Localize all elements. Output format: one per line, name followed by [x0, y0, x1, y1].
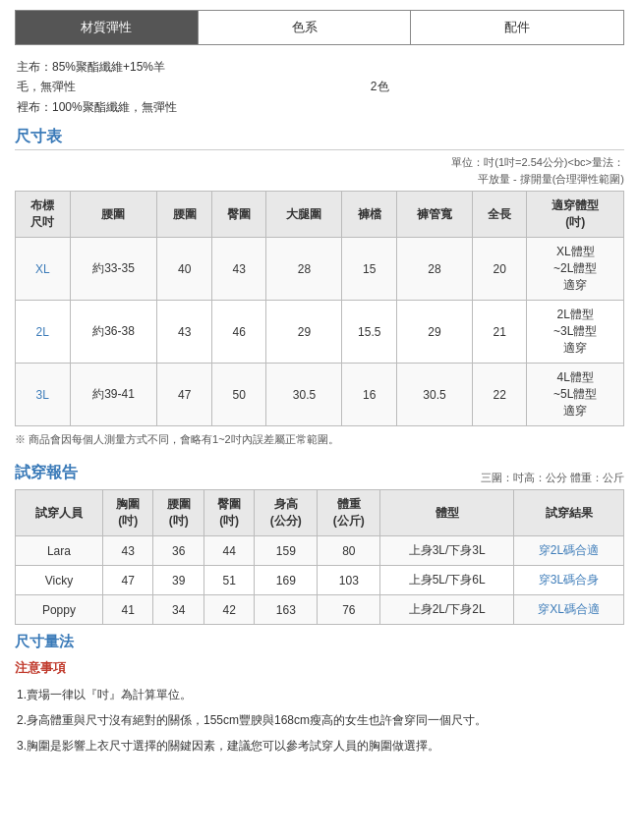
waist-cell: 約36-38 [70, 301, 157, 364]
tryon-hip: 51 [203, 566, 254, 595]
tryon-result[interactable]: 穿3L碼合身 [514, 566, 624, 595]
thigh-cell: 30.5 [266, 364, 342, 426]
notes-title: 注意事項 [15, 659, 624, 677]
tryon-result[interactable]: 穿XL碼合適 [514, 595, 624, 625]
hip-num-cell: 47 [157, 364, 212, 426]
tryon-hip: 44 [203, 536, 254, 566]
header-accessory: 配件 [411, 11, 624, 45]
size-cell: 2L [16, 301, 71, 364]
tryon-waist: 36 [153, 536, 203, 566]
thigh-cell: 29 [266, 301, 342, 364]
tryon-weight: 76 [318, 595, 380, 625]
tryon-title: 試穿報告 [15, 463, 78, 485]
tryon-header: 試穿報告 三圍：吋高：公分 體重：公斤 [15, 455, 624, 485]
legwidth-cell: 29 [396, 301, 472, 364]
notes-item: 3.胸圍是影響上衣尺寸選擇的關鍵因素，建議您可以參考試穿人員的胸圍做選擇。 [17, 734, 624, 757]
tryon-table-row: Lara 43 36 44 159 80 上身3L/下身3L 穿2L碼合適 [16, 536, 624, 566]
notes-item: 1.賣場一律以『吋』為計算單位。 [17, 683, 624, 706]
tryon-weight: 80 [318, 536, 380, 566]
bodytype-cell: 2L體型~3L體型適穿 [527, 301, 624, 364]
size-cell: 3L [16, 364, 71, 426]
tryon-col-result: 試穿結果 [514, 490, 624, 536]
waist-cell: 約33-35 [70, 238, 157, 301]
col-header-crotch: 褲檔 [342, 192, 397, 238]
header-table: 材質彈性 色系 配件 [15, 10, 624, 45]
size-table-title: 尺寸表 [15, 127, 624, 150]
notes-list: 1.賣場一律以『吋』為計算單位。2.身高體重與尺寸沒有絕對的關係，155cm豐腴… [15, 683, 624, 757]
size-method-title: 尺寸量法 [15, 633, 624, 651]
waist-cell: 約39-41 [70, 364, 157, 426]
size-table-row: 3L 約39-41 47 50 30.5 16 30.5 22 4L體型~5L體… [16, 364, 624, 426]
col-header-hip-num: 腰圍 [157, 192, 212, 238]
tryon-bodytype: 上身3L/下身3L [380, 536, 514, 566]
legwidth-cell: 28 [396, 238, 472, 301]
col-header-length: 全長 [472, 192, 527, 238]
bodytype-cell: 4L體型~5L體型適穿 [527, 364, 624, 426]
tryon-result-link[interactable]: 穿2L碼合適 [539, 543, 599, 557]
crotch-cell: 15 [342, 238, 397, 301]
col-header-size: 布標尺吋 [16, 192, 71, 238]
main-fabric-info: 主布：85%聚酯纖維+15%羊毛，無彈性裡布：100%聚酯纖維，無彈性 [17, 57, 287, 117]
tryon-height: 169 [255, 566, 318, 595]
tryon-unit-note: 三圍：吋高：公分 體重：公斤 [481, 471, 624, 485]
tryon-col-weight: 體重(公斤) [318, 490, 380, 536]
notes-item: 2.身高體重與尺寸沒有絕對的關係，155cm豐腴與168cm瘦高的女生也許會穿同… [17, 708, 624, 732]
crotch-cell: 15.5 [342, 301, 397, 364]
size-cell: XL [16, 238, 71, 301]
size-table-row: XL 約33-35 40 43 28 15 28 20 XL體型~2L體型適穿 [16, 238, 624, 301]
tryon-result-link[interactable]: 穿XL碼合適 [538, 602, 600, 616]
size-table: 布標尺吋 腰圍 腰圍 臀圍 大腿圍 褲檔 褲管寬 全長 適穿體型(吋) XL 約… [15, 191, 624, 426]
tryon-weight: 103 [318, 566, 380, 595]
hip-cell: 43 [211, 238, 266, 301]
tryon-result-link[interactable]: 穿3L碼合身 [539, 573, 599, 587]
tryon-chest: 47 [102, 566, 152, 595]
hip-num-cell: 43 [157, 301, 212, 364]
tryon-table-row: Poppy 41 34 42 163 76 上身2L/下身2L 穿XL碼合適 [16, 595, 624, 625]
col-header-legwidth: 褲管寬 [396, 192, 472, 238]
length-cell: 22 [472, 364, 527, 426]
tryon-height: 159 [255, 536, 318, 566]
hip-cell: 46 [211, 301, 266, 364]
tryon-table-row: Vicky 47 39 51 169 103 上身5L/下身6L 穿3L碼合身 [16, 566, 624, 595]
tryon-col-hip: 臀圍(吋) [203, 490, 254, 536]
hip-num-cell: 40 [157, 238, 212, 301]
tryon-person: Lara [16, 536, 103, 566]
tryon-waist: 34 [153, 595, 203, 625]
tryon-col-person: 試穿人員 [16, 490, 103, 536]
legwidth-cell: 30.5 [396, 364, 472, 426]
col-header-waist: 腰圍 [70, 192, 157, 238]
hip-cell: 50 [211, 364, 266, 426]
tryon-waist: 39 [153, 566, 203, 595]
crotch-cell: 16 [342, 364, 397, 426]
size-note: ※ 商品會因每個人測量方式不同，會略有1~2吋內誤差屬正常範圍。 [15, 432, 624, 447]
bodytype-cell: XL體型~2L體型適穿 [527, 238, 624, 301]
tryon-col-height: 身高(公分) [255, 490, 318, 536]
tryon-chest: 41 [102, 595, 152, 625]
header-material: 材質彈性 [16, 11, 199, 45]
color-value: 2色 [289, 57, 470, 117]
col-header-bodytype: 適穿體型(吋) [527, 192, 624, 238]
size-table-row: 2L 約36-38 43 46 29 15.5 29 21 2L體型~3L體型適… [16, 301, 624, 364]
tryon-height: 163 [255, 595, 318, 625]
header-color: 色系 [198, 11, 411, 45]
col-header-thigh: 大腿圍 [266, 192, 342, 238]
col-header-hip: 臀圍 [211, 192, 266, 238]
length-cell: 20 [472, 238, 527, 301]
tryon-person: Vicky [16, 566, 103, 595]
tryon-col-chest: 胸圍(吋) [102, 490, 152, 536]
tryon-bodytype: 上身2L/下身2L [380, 595, 514, 625]
length-cell: 21 [472, 301, 527, 364]
tryon-col-waist: 腰圍(吋) [153, 490, 203, 536]
tryon-col-bodytype: 體型 [380, 490, 514, 536]
thigh-cell: 28 [266, 238, 342, 301]
tryon-table: 試穿人員 胸圍(吋) 腰圍(吋) 臀圍(吋) 身高(公分) 體重(公斤) 體型 … [15, 489, 624, 625]
tryon-bodytype: 上身5L/下身6L [380, 566, 514, 595]
tryon-result[interactable]: 穿2L碼合適 [514, 536, 624, 566]
tryon-hip: 42 [203, 595, 254, 625]
unit-note: 單位：吋(1吋=2.54公分)<bc>量法：平放量 - 撐開量(合理彈性範圍) [15, 154, 624, 187]
tryon-person: Poppy [16, 595, 103, 625]
tryon-chest: 43 [102, 536, 152, 566]
